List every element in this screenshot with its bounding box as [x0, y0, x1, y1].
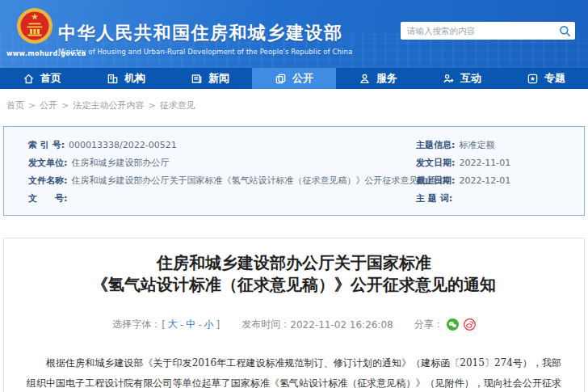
article-title: 住房和城乡建设部办公厅关于国家标准 《氢气站设计标准（征求意见稿）》公开征求意见…: [25, 252, 563, 296]
nav-item-org[interactable]: 机构: [84, 68, 168, 89]
info-column-right: 主题信息: 标准定额 发文日期: 2022-11-01 截止日期: 2022-1…: [414, 137, 584, 208]
info-row-keywords: 主 题 词:: [416, 190, 584, 208]
nav-item-service[interactable]: 服务: [336, 68, 420, 89]
info-row-issue-date: 发文日期: 2022-11-01: [416, 154, 584, 172]
info-label: 发文单位:: [28, 154, 67, 172]
info-label: 文件名称:: [28, 172, 67, 190]
national-emblem-icon: [16, 5, 53, 52]
search-box: [401, 22, 575, 40]
search-input[interactable]: [407, 26, 559, 36]
breadcrumb-separator: >: [28, 100, 36, 111]
font-size-label: 选择字体：: [112, 318, 161, 331]
breadcrumb-item-open[interactable]: 公开: [40, 99, 57, 112]
font-size-small-link[interactable]: 小: [204, 318, 214, 331]
org-building-icon: [107, 73, 119, 85]
share-icons: [447, 318, 476, 331]
document-info-panel: 索 引 号: 000013338/2022-00521 发文单位: 住房和城乡建…: [3, 126, 585, 216]
nav-item-label: 服务: [376, 71, 397, 86]
info-label: 截止日期:: [416, 172, 455, 190]
service-person-icon: [359, 73, 371, 85]
nav-item-label: 公开: [292, 71, 313, 86]
info-row-topic-info: 主题信息: 标准定额: [416, 137, 584, 154]
info-value: 住房和城乡建设部办公厅: [71, 154, 169, 172]
info-row-deadline-date: 截止日期: 2022-12-01: [416, 172, 584, 190]
nav-item-open[interactable]: 公开: [252, 68, 336, 89]
weibo-share-icon[interactable]: [464, 318, 476, 331]
info-label: 主题信息:: [416, 137, 455, 154]
site-title: 中华人民共和国住房和城乡建设部: [58, 21, 352, 45]
search-button[interactable]: [559, 25, 571, 37]
breadcrumb-item-home[interactable]: 首页: [6, 99, 24, 112]
info-row-index-number: 索 引 号: 000013338/2022-00521: [28, 137, 414, 154]
main-nav: 首页 机构 新闻 公开 服务: [0, 68, 588, 89]
info-value: 2022-12-01: [459, 172, 510, 190]
nav-item-label: 专题: [544, 71, 565, 86]
info-label: 索 引 号:: [28, 137, 65, 154]
header-titles: 中华人民共和国住房和城乡建设部 Ministry of Housing and …: [58, 21, 352, 56]
nav-item-topic[interactable]: 专题: [504, 68, 588, 89]
info-value: 标准定额: [459, 137, 494, 154]
interact-person-icon: [443, 73, 455, 85]
info-value: 2022-11-01: [459, 154, 510, 172]
font-size-large-link[interactable]: 大: [168, 318, 178, 331]
font-size-dash: -: [180, 319, 183, 331]
home-icon: [23, 73, 35, 85]
article-title-line1: 住房和城乡建设部办公厅关于国家标准: [25, 252, 563, 274]
info-row-document-title: 文件名称: 住房和城乡建设部办公厅关于国家标准《氢气站设计标准（征求意见稿）》公…: [28, 172, 414, 190]
nav-item-interact[interactable]: 互动: [420, 68, 504, 89]
topic-star-icon: [527, 73, 539, 85]
article-meta-row: 选择字体： [ 大 - 中 - 小 ] 发布时间： 2022-11-02 16:…: [25, 318, 563, 331]
info-label: 文 号:: [28, 190, 67, 208]
site-subtitle: Ministry of Housing and Urban-Rural Deve…: [58, 48, 352, 56]
nav-item-label: 新闻: [208, 71, 229, 86]
font-size-dash: -: [198, 319, 201, 331]
search-icon: [559, 25, 571, 37]
share-label: 分享：: [414, 318, 443, 331]
font-size-bracket-open: [: [162, 319, 166, 331]
open-documents-icon: [275, 73, 287, 85]
font-size-medium-link[interactable]: 中: [186, 318, 195, 331]
breadcrumb-item-statutory[interactable]: 法定主动公开内容: [73, 99, 144, 112]
publish-time-group: 发布时间： 2022-11-02 16:26:08: [242, 318, 393, 331]
publish-time-label: 发布时间：: [242, 318, 290, 331]
font-size-bracket-close: ]: [216, 319, 220, 331]
article-card: 住房和城乡建设部办公厅关于国家标准 《氢气站设计标准（征求意见稿）》公开征求意见…: [3, 238, 585, 392]
breadcrumb: 首页 > 公开 > 法定主动公开内容 > 征求意见: [0, 89, 588, 120]
breadcrumb-separator: >: [148, 100, 155, 111]
nav-item-label: 互动: [460, 71, 481, 86]
nav-item-label: 机构: [124, 71, 145, 86]
site-header: www.mohurd.gov.cn 中华人民共和国住房和城乡建设部 Minist…: [0, 0, 588, 68]
info-label: 发文日期:: [416, 154, 455, 172]
article-body-paragraph: 根据住房和城乡建设部《关于印发2016年工程建设标准规范制订、修订计划的通知》（…: [27, 353, 561, 392]
nav-item-home[interactable]: 首页: [0, 68, 84, 89]
info-row-issuing-unit: 发文单位: 住房和城乡建设部办公厅: [28, 154, 414, 172]
info-row-document-number: 文 号:: [28, 190, 414, 208]
breadcrumb-separator: >: [61, 100, 69, 111]
share-group: 分享：: [414, 318, 476, 331]
info-label: 主 题 词:: [416, 190, 452, 208]
info-value: 000013338/2022-00521: [69, 137, 177, 154]
font-size-selector: 选择字体： [ 大 - 中 - 小 ]: [112, 318, 220, 331]
breadcrumb-item-current: 征求意见: [160, 99, 195, 112]
publish-time-value: 2022-11-02 16:26:08: [290, 319, 393, 331]
info-value: 住房和城乡建设部办公厅关于国家标准《氢气站设计标准（征求意见稿）》公开征求意见的…: [71, 172, 444, 190]
news-icon: [191, 73, 203, 85]
nav-item-news[interactable]: 新闻: [168, 68, 252, 89]
wechat-share-icon[interactable]: [447, 318, 459, 331]
article-title-line2: 《氢气站设计标准（征求意见稿）》公开征求意见的通知: [25, 274, 563, 296]
nav-item-label: 首页: [40, 71, 61, 86]
info-column-left: 索 引 号: 000013338/2022-00521 发文单位: 住房和城乡建…: [4, 137, 414, 208]
